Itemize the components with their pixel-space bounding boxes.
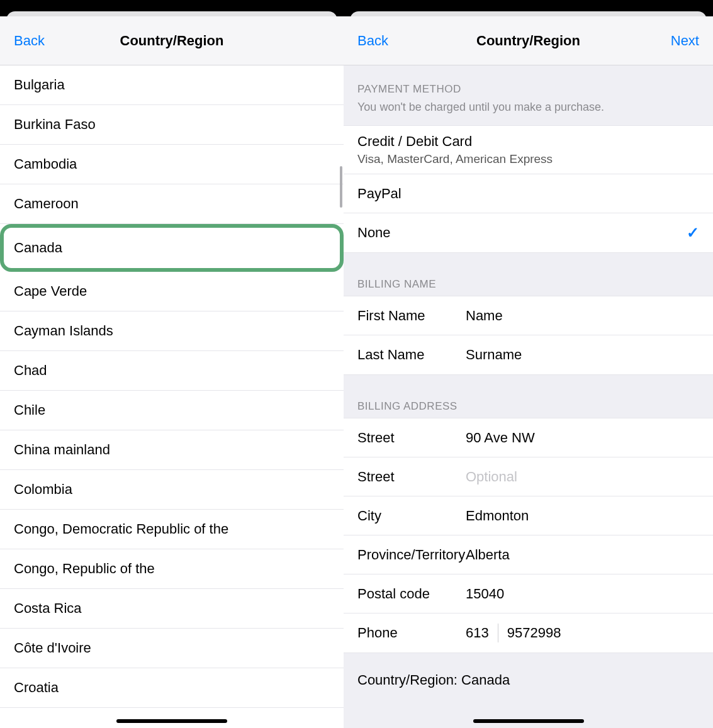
country-label: Costa Rica: [14, 600, 82, 617]
payment-option-card[interactable]: Credit / Debit Card Visa, MasterCard, Am…: [344, 126, 713, 174]
country-label: Cape Verde: [14, 283, 87, 300]
street2-label: Street: [357, 469, 466, 485]
country-row[interactable]: Burkina Faso: [0, 105, 344, 145]
country-label: China mainland: [14, 442, 110, 458]
country-row[interactable]: Chad: [0, 351, 344, 391]
country-label: Canada: [14, 240, 62, 256]
country-row[interactable]: Chile: [0, 391, 344, 430]
city-label: City: [357, 508, 466, 524]
payment-option-paypal[interactable]: PayPal: [344, 174, 713, 213]
section-header-billing-address: BILLING ADDRESS: [344, 375, 713, 418]
country-row[interactable]: Côte d'Ivoire: [0, 629, 344, 668]
next-button[interactable]: Next: [671, 33, 699, 48]
country-row[interactable]: Cameroon: [0, 184, 344, 224]
country-row[interactable]: Croatia: [0, 668, 344, 708]
country-label: Côte d'Ivoire: [14, 640, 91, 656]
back-button[interactable]: Back: [357, 33, 388, 48]
first-name-value[interactable]: Name: [466, 308, 699, 324]
last-name-row[interactable]: Last Name Surname: [344, 335, 713, 374]
payment-card-title: Credit / Debit Card: [357, 133, 472, 150]
country-region-summary[interactable]: Country/Region: Canada: [344, 653, 713, 688]
country-row[interactable]: Colombia: [0, 470, 344, 510]
country-row[interactable]: China mainland: [0, 430, 344, 470]
billing-name-group: First Name Name Last Name Surname: [344, 296, 713, 375]
postal-row[interactable]: Postal code 15040: [344, 574, 713, 613]
city-value[interactable]: Edmonton: [466, 508, 699, 524]
page-title: Country/Region: [476, 33, 580, 49]
nav-bar: Back Country/Region Next: [344, 16, 713, 65]
section-header-billing-name: BILLING NAME: [344, 253, 713, 296]
scrollbar-thumb[interactable]: [340, 166, 342, 208]
postal-value[interactable]: 15040: [466, 586, 699, 602]
country-label: Croatia: [14, 680, 59, 696]
country-label: Colombia: [14, 481, 72, 498]
country-row[interactable]: Bulgaria: [0, 65, 344, 105]
section-sub-payment: You won't be charged until you make a pu…: [344, 101, 713, 125]
payment-options-group: Credit / Debit Card Visa, MasterCard, Am…: [344, 125, 713, 253]
country-row[interactable]: Cayman Islands: [0, 311, 344, 351]
checkmark-icon: ✓: [687, 224, 699, 242]
status-bar: [344, 0, 713, 16]
province-row[interactable]: Province/Territory Alberta: [344, 535, 713, 574]
postal-label: Postal code: [357, 586, 466, 602]
street2-row[interactable]: Street Optional: [344, 457, 713, 496]
section-header-payment: PAYMENT METHOD: [344, 65, 713, 101]
payment-option-none[interactable]: None ✓: [344, 213, 713, 252]
phone-label: Phone: [357, 625, 466, 641]
payment-paypal-label: PayPal: [357, 186, 401, 202]
country-label: Congo, Republic of the: [14, 561, 155, 577]
phone-prefix[interactable]: 613: [466, 625, 489, 641]
country-row-highlighted[interactable]: Canada: [0, 224, 344, 272]
country-label: Cambodia: [14, 156, 77, 172]
country-row[interactable]: Cambodia: [0, 145, 344, 184]
back-button[interactable]: Back: [14, 33, 45, 48]
street-row[interactable]: Street 90 Ave NW: [344, 418, 713, 457]
country-label: Congo, Democratic Republic of the: [14, 521, 228, 537]
country-row[interactable]: Congo, Republic of the: [0, 549, 344, 589]
country-row[interactable]: Congo, Democratic Republic of the: [0, 510, 344, 549]
home-indicator[interactable]: [473, 719, 584, 723]
street-value[interactable]: 90 Ave NW: [466, 430, 699, 446]
billing-address-group: Street 90 Ave NW Street Optional City Ed…: [344, 418, 713, 653]
country-label: Cameroon: [14, 196, 79, 212]
country-label: Bulgaria: [14, 77, 65, 93]
screen-billing-form: Back Country/Region Next PAYMENT METHOD …: [344, 0, 713, 728]
payment-card-subtitle: Visa, MasterCard, American Express: [357, 152, 553, 166]
status-bar: [0, 0, 344, 16]
last-name-value[interactable]: Surname: [466, 347, 699, 363]
province-label: Province/Territory: [357, 547, 466, 563]
country-row[interactable]: Costa Rica: [0, 589, 344, 629]
country-list[interactable]: BulgariaBurkina FasoCambodiaCameroonCana…: [0, 65, 344, 728]
country-label: Cayman Islands: [14, 323, 113, 339]
last-name-label: Last Name: [357, 347, 466, 363]
separator: [498, 624, 498, 642]
country-row[interactable]: Cape Verde: [0, 272, 344, 311]
street-label: Street: [357, 430, 466, 446]
page-title: Country/Region: [120, 33, 224, 49]
nav-bar: Back Country/Region: [0, 16, 344, 65]
province-value[interactable]: Alberta: [466, 547, 699, 563]
payment-none-label: None: [357, 225, 391, 241]
phone-number[interactable]: 9572998: [507, 625, 561, 641]
country-label: Burkina Faso: [14, 116, 96, 133]
home-indicator[interactable]: [116, 719, 227, 723]
phone-row[interactable]: Phone 613 9572998: [344, 613, 713, 652]
form-content[interactable]: PAYMENT METHOD You won't be charged unti…: [344, 65, 713, 728]
first-name-label: First Name: [357, 308, 466, 324]
country-label: Chad: [14, 362, 47, 379]
first-name-row[interactable]: First Name Name: [344, 296, 713, 335]
street2-placeholder[interactable]: Optional: [466, 469, 699, 485]
screen-country-list: Back Country/Region BulgariaBurkina Faso…: [0, 0, 344, 728]
city-row[interactable]: City Edmonton: [344, 496, 713, 535]
country-label: Chile: [14, 402, 45, 418]
